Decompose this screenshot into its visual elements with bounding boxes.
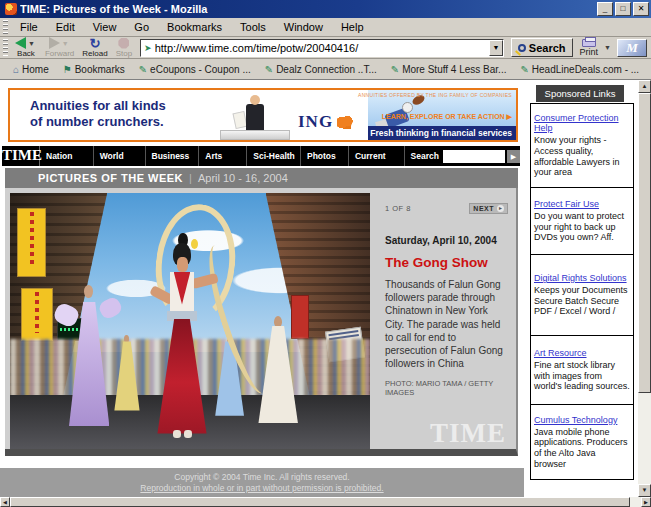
print-button[interactable]: Print bbox=[576, 37, 603, 58]
nav-world[interactable]: World bbox=[94, 146, 146, 166]
bookmarks-folder-icon: ⚑ bbox=[63, 64, 72, 75]
sponsored-link-item: Consumer Protection Help Know your right… bbox=[531, 104, 633, 188]
mozilla-app-icon bbox=[5, 3, 17, 15]
ad-headline: Annuities for all kinds of number crunch… bbox=[30, 98, 220, 131]
scroll-left-button[interactable]: ◀ bbox=[0, 497, 10, 507]
sponsored-link[interactable]: Consumer Protection Help bbox=[534, 113, 630, 133]
bookmark-headlinedeals[interactable]: ✎ HeadLineDeals.com - ... bbox=[513, 64, 646, 75]
chinese-sign bbox=[17, 208, 46, 277]
bookmark-icon: ✎ bbox=[391, 64, 399, 75]
printer-icon bbox=[582, 39, 596, 47]
reload-button[interactable]: ↻ Reload bbox=[78, 37, 111, 58]
photo-counter: 1 OF 8 bbox=[385, 204, 411, 213]
forward-button[interactable]: ▼ Forward bbox=[41, 37, 78, 58]
back-button[interactable]: ▼ Back bbox=[11, 37, 41, 58]
bookmark-page-icon[interactable]: ➤ bbox=[144, 43, 152, 53]
potw-separator: | bbox=[189, 172, 192, 184]
sponsored-links-header: Sponsored Links bbox=[536, 85, 624, 102]
nav-photos[interactable]: Photos bbox=[301, 146, 349, 166]
menu-help[interactable]: Help bbox=[332, 18, 373, 36]
photo-panel: 1 OF 8 NEXT ▸ Saturday, April 10, 2004 T… bbox=[5, 188, 518, 456]
print-dropdown-caret[interactable]: ▼ bbox=[604, 44, 611, 51]
address-bar: ➤ ▼ bbox=[140, 39, 504, 57]
menu-bookmarks[interactable]: Bookmarks bbox=[158, 18, 231, 36]
bookmark-bookmarks[interactable]: ⚑ Bookmarks bbox=[56, 64, 132, 75]
menu-view[interactable]: View bbox=[84, 18, 126, 36]
potw-date-range: April 10 - 16, 2004 bbox=[198, 172, 288, 184]
horizontal-scrollbar[interactable]: ◀ ▶ bbox=[0, 497, 651, 507]
ad-cta-link[interactable]: LEARN, EXPLORE OR TAKE ACTION ▶ bbox=[382, 113, 512, 121]
bookmark-ecoupons[interactable]: ✎ eCoupons - Coupon ... bbox=[132, 64, 258, 75]
bookmark-home[interactable]: ⌂ Home bbox=[6, 64, 56, 75]
nav-arts[interactable]: Arts bbox=[199, 146, 247, 166]
home-icon: ⌂ bbox=[13, 64, 19, 75]
site-search: Search ▶ bbox=[405, 146, 520, 166]
bookmark-dealz-connection[interactable]: ✎ Dealz Connection ..T... bbox=[258, 64, 384, 75]
hair-flower bbox=[191, 239, 198, 249]
menu-bar: File Edit View Go Bookmarks Tools Window… bbox=[0, 18, 651, 37]
sponsored-links-list: Consumer Protection Help Know your right… bbox=[530, 103, 634, 480]
search-button[interactable]: Search bbox=[511, 38, 573, 57]
ing-lion-icon bbox=[337, 116, 353, 129]
photo-credit: PHOTO: MARIO TAMA / GETTY IMAGES bbox=[385, 379, 514, 397]
potw-title: PICTURES OF THE WEEK bbox=[38, 172, 183, 184]
scroll-down-button[interactable]: ▼ bbox=[638, 484, 651, 497]
window-title: TIME: Pictures of the Week - Mozilla bbox=[20, 3, 595, 15]
scroll-up-button[interactable]: ▲ bbox=[638, 80, 651, 93]
nav-current-issue[interactable]: Current Issue bbox=[349, 146, 405, 166]
page-footer: Copyright © 2004 Time Inc. All rights re… bbox=[0, 468, 524, 497]
time-watermark: TIME bbox=[430, 418, 506, 449]
bookmark-icon: ✎ bbox=[265, 64, 273, 75]
sponsored-link[interactable]: Digital Rights Solutions bbox=[534, 273, 630, 283]
site-search-label: Search bbox=[411, 151, 439, 161]
potw-header-bar: PICTURES OF THE WEEK | April 10 - 16, 20… bbox=[5, 168, 518, 188]
nav-sci-health[interactable]: Sci-Health bbox=[247, 146, 301, 166]
ing-ad-banner[interactable]: Annuities for all kinds of number crunch… bbox=[8, 88, 518, 142]
main-dancer bbox=[143, 229, 222, 434]
toolbar-grabber[interactable] bbox=[3, 20, 8, 34]
maximize-button[interactable]: □ bbox=[615, 2, 631, 16]
menu-tools[interactable]: Tools bbox=[231, 18, 275, 36]
nav-nation[interactable]: Nation bbox=[40, 146, 94, 166]
sponsored-link-item: Cumulus Technology Java mobile phone app… bbox=[531, 405, 633, 479]
time-logo[interactable]: TIME bbox=[2, 146, 40, 166]
minimize-button[interactable]: _ bbox=[597, 2, 613, 16]
vertical-scroll-thumb[interactable] bbox=[638, 93, 651, 393]
bookmarks-toolbar: ⌂ Home ⚑ Bookmarks ✎ eCoupons - Coupon .… bbox=[0, 59, 651, 80]
forward-dropdown-caret: ▼ bbox=[62, 40, 69, 47]
menu-window[interactable]: Window bbox=[275, 18, 332, 36]
mozilla-throbber-logo[interactable]: M bbox=[617, 39, 647, 57]
url-input[interactable] bbox=[155, 41, 489, 55]
bookmark-more-stuff[interactable]: ✎ More Stuff 4 Less Bar... bbox=[384, 64, 514, 75]
site-search-input[interactable] bbox=[443, 150, 505, 163]
sponsored-link[interactable]: Protect Fair Use bbox=[534, 199, 630, 209]
back-dropdown-caret[interactable]: ▼ bbox=[28, 40, 35, 47]
ad-man-illustration bbox=[220, 94, 290, 140]
sponsored-link[interactable]: Cumulus Technology bbox=[534, 415, 630, 425]
next-button[interactable]: NEXT ▸ bbox=[469, 203, 508, 214]
toolbar-grabber[interactable] bbox=[3, 39, 8, 56]
scroll-right-button[interactable]: ▶ bbox=[641, 497, 651, 507]
nav-business[interactable]: Business bbox=[146, 146, 200, 166]
dancer-in-yellow bbox=[114, 341, 139, 410]
reproduction-notice-link[interactable]: Reproduction in whole or in part without… bbox=[140, 483, 383, 493]
vertical-scrollbar[interactable]: ▲ ▼ bbox=[638, 80, 651, 497]
bookmarks-overflow-chevron[interactable]: » bbox=[646, 63, 651, 75]
reload-icon: ↻ bbox=[90, 38, 101, 49]
ad-fine-print: ANNUITIES OFFERED BY THE ING FAMILY OF C… bbox=[358, 92, 512, 98]
menu-go[interactable]: Go bbox=[125, 18, 158, 36]
menu-file[interactable]: File bbox=[11, 18, 47, 36]
photo-date: Saturday, April 10, 2004 bbox=[385, 235, 497, 246]
stop-button: Stop bbox=[112, 37, 136, 58]
sponsored-link[interactable]: Art Resource bbox=[534, 348, 630, 358]
magnifier-icon bbox=[518, 44, 526, 52]
horizontal-scroll-thumb[interactable] bbox=[10, 497, 630, 507]
sponsored-link-item: Digital Rights Solutions Keeps your Docu… bbox=[531, 255, 633, 336]
close-button[interactable]: ✕ bbox=[633, 2, 649, 16]
url-dropdown-button[interactable]: ▼ bbox=[489, 40, 503, 56]
menu-edit[interactable]: Edit bbox=[47, 18, 84, 36]
back-arrow-icon bbox=[15, 37, 26, 49]
browser-window: TIME: Pictures of the Week - Mozilla _ □… bbox=[0, 0, 651, 507]
site-search-go-button[interactable]: ▶ bbox=[507, 150, 520, 163]
bookmark-icon: ✎ bbox=[520, 64, 528, 75]
